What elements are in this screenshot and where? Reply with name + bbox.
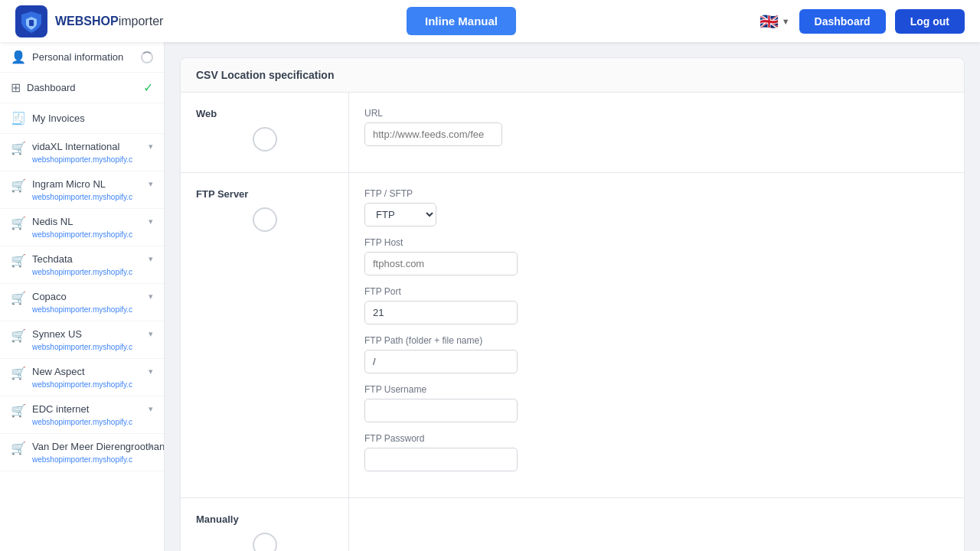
ftp-username-label: FTP Username xyxy=(364,384,949,395)
expand-icon-techdata: ▾ xyxy=(149,254,153,264)
url-field-group: URL xyxy=(364,108,949,146)
logo-icon xyxy=(15,5,47,37)
ftp-radio[interactable] xyxy=(253,207,277,232)
ftp-password-label: FTP Password xyxy=(364,433,949,444)
sidebar-item-vidaxl[interactable]: 🛒 vidaXL International webshopimporter.m… xyxy=(0,134,164,171)
ftp-label: FTP Server xyxy=(196,188,248,200)
url-input[interactable] xyxy=(364,122,502,146)
shop-url-van-der-meer: webshopimporter.myshopify.c xyxy=(32,455,132,464)
nav-right: 🇬🇧 ▼ Dashboard Log out xyxy=(760,9,965,34)
sidebar-item-new-aspect[interactable]: 🛒 New Aspect webshopimporter.myshopify.c… xyxy=(0,359,164,396)
shop-info-synnex: Synnex US webshopimporter.myshopify.c xyxy=(32,328,142,352)
ftp-path-field-group: FTP Path (folder + file name) xyxy=(364,335,949,373)
dashboard-label: Dashboard xyxy=(27,82,137,93)
shop-name-techdata: Techdata xyxy=(32,253,73,265)
ftp-port-input[interactable] xyxy=(364,301,518,324)
expand-icon-van-der-meer: ▾ xyxy=(149,442,153,452)
shop-name-van-der-meer: Van Der Meer Dierengroothandel xyxy=(32,441,165,452)
ftp-left: FTP Server xyxy=(181,173,349,497)
svg-rect-1 xyxy=(29,20,34,26)
url-label: URL xyxy=(364,108,949,119)
logo: WEBSHOPimporter xyxy=(15,5,163,37)
shop-info-ingram: Ingram Micro NL webshopimporter.myshopif… xyxy=(32,178,142,202)
ftp-sftp-select[interactable]: FTP SFTP xyxy=(364,203,436,227)
sidebar-item-my-invoices[interactable]: 🧾 My Invoices xyxy=(0,103,164,134)
dashboard-button[interactable]: Dashboard xyxy=(799,9,886,34)
expand-icon-copaco: ▾ xyxy=(149,292,153,302)
csv-location-header: CSV Location specification xyxy=(181,58,964,93)
sidebar-item-edc[interactable]: 🛒 EDC internet webshopimporter.myshopify… xyxy=(0,396,164,434)
expand-icon-edc: ▾ xyxy=(149,404,153,414)
inline-manual-button[interactable]: Inline Manual xyxy=(407,7,516,35)
sidebar-item-van-der-meer[interactable]: 🛒 Van Der Meer Dierengroothandel webshop… xyxy=(0,434,164,471)
shop-info-vidaxl: vidaXL International webshopimporter.mys… xyxy=(32,140,142,165)
manually-label: Manually xyxy=(196,514,239,525)
expand-icon-synnex: ▾ xyxy=(149,329,153,339)
sidebar-item-nedis[interactable]: 🛒 Nedis NL webshopimporter.myshopify.c ▾ xyxy=(0,209,164,246)
shop-info-new-aspect: New Aspect webshopimporter.myshopify.c xyxy=(32,365,142,390)
shop-icon-vidaxl: 🛒 xyxy=(11,141,26,155)
main-content: CSV Location specification Web URL xyxy=(165,42,980,551)
personal-info-label: Personal information xyxy=(32,51,135,63)
top-navigation: WEBSHOPimporter Inline Manual 🇬🇧 ▼ Dashb… xyxy=(0,0,980,42)
main-layout: 👤 Personal information ⊞ Dashboard ✓ 🧾 M… xyxy=(0,42,980,551)
ftp-right: FTP / SFTP FTP SFTP FTP Host FTP Port xyxy=(349,173,964,497)
sidebar-item-copaco[interactable]: 🛒 Copaco webshopimporter.myshopify.c ▾ xyxy=(0,284,164,321)
shop-url-nedis: webshopimporter.myshopify.c xyxy=(32,230,132,239)
ftp-sftp-field-group: FTP / SFTP FTP SFTP xyxy=(364,188,949,227)
shop-icon-nedis: 🛒 xyxy=(11,216,26,230)
invoice-icon: 🧾 xyxy=(11,111,26,126)
ftp-path-input[interactable] xyxy=(364,350,518,373)
shop-name-vidaxl: vidaXL International xyxy=(32,141,119,152)
manually-right xyxy=(349,498,964,551)
ftp-port-label: FTP Port xyxy=(364,286,949,297)
expand-icon-new-aspect: ▾ xyxy=(149,367,153,377)
loading-spinner xyxy=(141,51,153,64)
shop-info-copaco: Copaco webshopimporter.myshopify.c xyxy=(32,290,142,315)
sidebar-item-ingram[interactable]: 🛒 Ingram Micro NL webshopimporter.myshop… xyxy=(0,171,164,209)
shop-url-new-aspect: webshopimporter.myshopify.c xyxy=(32,380,132,389)
shop-name-synnex: Synnex US xyxy=(32,328,82,340)
shop-name-ingram: Ingram Micro NL xyxy=(32,178,106,190)
shop-info-edc: EDC internet webshopimporter.myshopify.c xyxy=(32,403,142,427)
shop-url-vidaxl: webshopimporter.myshopify.c xyxy=(32,155,132,164)
expand-icon-ingram: ▾ xyxy=(149,179,153,189)
manually-radio[interactable] xyxy=(253,533,277,551)
shop-url-copaco: webshopimporter.myshopify.c xyxy=(32,305,132,314)
ftp-host-input[interactable] xyxy=(364,252,518,276)
my-invoices-label: My Invoices xyxy=(32,112,153,124)
shop-info-nedis: Nedis NL webshopimporter.myshopify.c xyxy=(32,215,142,240)
shop-info-van-der-meer: Van Der Meer Dierengroothandel webshopim… xyxy=(32,440,142,465)
shop-icon-edc: 🛒 xyxy=(11,403,26,418)
shop-url-techdata: webshopimporter.myshopify.c xyxy=(32,268,132,276)
ftp-host-field-group: FTP Host xyxy=(364,237,949,276)
ftp-password-input[interactable] xyxy=(364,448,518,471)
manually-left: Manually xyxy=(181,498,349,551)
logout-button[interactable]: Log out xyxy=(895,9,965,34)
shop-url-edc: webshopimporter.myshopify.c xyxy=(32,418,132,426)
check-icon: ✓ xyxy=(143,80,153,95)
shop-icon-ingram: 🛒 xyxy=(11,178,26,193)
shop-icon-techdata: 🛒 xyxy=(11,253,26,268)
dashboard-icon: ⊞ xyxy=(11,80,21,95)
expand-icon-nedis: ▾ xyxy=(149,217,153,227)
sidebar-item-techdata[interactable]: 🛒 Techdata webshopimporter.myshopify.c ▾ xyxy=(0,246,164,284)
ftp-port-field-group: FTP Port xyxy=(364,286,949,324)
ftp-sftp-label: FTP / SFTP xyxy=(364,188,949,199)
csv-location-section: CSV Location specification Web URL xyxy=(180,57,965,551)
manually-row: Manually xyxy=(181,498,964,551)
web-label: Web xyxy=(196,108,217,119)
sidebar-item-personal-info[interactable]: 👤 Personal information xyxy=(0,42,164,73)
shop-url-ingram: webshopimporter.myshopify.c xyxy=(32,193,132,201)
ftp-host-label: FTP Host xyxy=(364,237,949,248)
shop-name-edc: EDC internet xyxy=(32,403,89,415)
web-left: Web xyxy=(181,93,349,172)
ftp-password-field-group: FTP Password xyxy=(364,433,949,471)
sidebar-item-synnex[interactable]: 🛒 Synnex US webshopimporter.myshopify.c … xyxy=(0,321,164,359)
web-radio[interactable] xyxy=(253,127,277,152)
ftp-username-input[interactable] xyxy=(364,399,518,422)
sidebar-item-dashboard[interactable]: ⊞ Dashboard ✓ xyxy=(0,73,164,103)
language-selector[interactable]: 🇬🇧 ▼ xyxy=(760,12,790,31)
shop-name-nedis: Nedis NL xyxy=(32,216,73,227)
shop-icon-van-der-meer: 🛒 xyxy=(11,441,26,455)
